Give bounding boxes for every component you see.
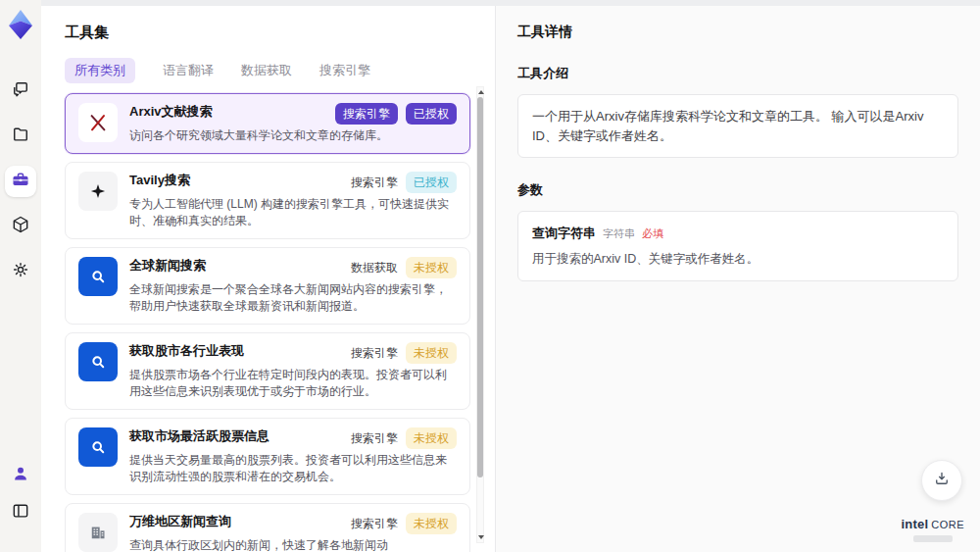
sidebar-item-plugins[interactable] [5, 211, 36, 242]
scrollbar-up-arrow-icon[interactable] [478, 90, 484, 94]
intel-ultra-mark [913, 535, 953, 542]
app-logo-icon [7, 9, 34, 40]
param-name: 查询字符串 [532, 225, 596, 242]
tool-description: 访问各个研究领域大量科学论文和文章的存储库。 [129, 127, 457, 144]
intro-heading: 工具介绍 [517, 65, 958, 82]
folder-icon [11, 125, 30, 148]
tab-translation[interactable]: 语言翻译 [163, 58, 214, 83]
tool-card-arxiv[interactable]: Arxiv文献搜索 搜索引擎 已授权 访问各个研究领域大量科学论文和文章的存储库… [65, 93, 470, 154]
stock-search-logo-icon [78, 342, 118, 381]
tool-list: Arxiv文献搜索 搜索引擎 已授权 访问各个研究领域大量科学论文和文章的存储库… [65, 93, 470, 552]
category-tabs: 所有类别 语言翻译 数据获取 搜索引擎 [65, 58, 495, 83]
tool-auth-badge: 未授权 [406, 257, 457, 278]
tool-auth-badge: 已授权 [406, 172, 457, 193]
panel-toggle-icon [11, 501, 30, 525]
core-logo-text: CORE [931, 519, 964, 530]
main-area: 工具集 所有类别 语言翻译 数据获取 搜索引擎 [41, 0, 980, 552]
chat-icon [11, 79, 30, 103]
tool-auth-badge: 未授权 [406, 427, 457, 449]
tool-intro-box: 一个用于从Arxiv存储库搜索科学论文和文章的工具。 输入可以是Arxiv ID… [517, 94, 958, 158]
news-search-logo-icon [78, 257, 118, 296]
intel-core-logo: intelCORE [901, 516, 964, 542]
scrollbar-thumb[interactable] [477, 97, 483, 477]
download-button[interactable] [921, 460, 962, 501]
tavily-star-logo-icon [78, 172, 118, 211]
scrollbar-down-arrow-icon[interactable] [478, 535, 484, 539]
param-type: 字符串 [603, 226, 635, 241]
param-description: 用于搜索的Arxiv ID、关键字或作者姓名。 [532, 251, 944, 268]
tool-card-active-stocks[interactable]: 获取市场最活跃股票信息 搜索引擎 未授权 提供当天交易量最高的股票列表。投资者可… [65, 418, 470, 495]
tool-name: Tavily搜索 [129, 172, 190, 189]
tool-description: 提供当天交易量最高的股票列表。投资者可以利用这些信息来识别流动性强的股票和潜在的… [129, 452, 457, 485]
tab-all-categories[interactable]: 所有类别 [65, 58, 135, 83]
tool-card-global-news[interactable]: 全球新闻搜索 数据获取 未授权 全球新闻搜索是一个聚合全球各大新闻网站内容的搜索… [65, 247, 470, 325]
page-title: 工具集 [65, 24, 495, 42]
intel-logo-text: intel [901, 517, 928, 531]
tool-card-region-news[interactable]: 万维地区新闻查询 搜索引擎 未授权 查询具体行政区划内的新闻，快速了解各地新闻动 [65, 503, 470, 552]
tool-auth-badge: 未授权 [406, 513, 457, 534]
sidebar-item-settings[interactable] [5, 256, 36, 287]
tab-search-engine[interactable]: 搜索引擎 [319, 58, 370, 83]
sidebar-item-chat[interactable] [5, 75, 36, 107]
tool-category-badge: 搜索引擎 [351, 513, 398, 534]
tool-category-badge: 搜索引擎 [351, 427, 398, 449]
tool-description: 专为人工智能代理 (LLM) 构建的搜索引擎工具，可快速提供实时、准确和真实的结… [129, 196, 457, 229]
tool-auth-badge: 未授权 [406, 342, 457, 364]
params-heading: 参数 [517, 181, 958, 199]
region-news-logo-icon [78, 513, 118, 552]
tool-name: 全球新闻搜索 [129, 257, 206, 275]
tool-name: 获取市场最活跃股票信息 [129, 427, 270, 445]
toolbox-icon [11, 170, 30, 193]
user-avatar-icon [11, 464, 30, 487]
tool-category-badge: 搜索引擎 [335, 103, 398, 125]
download-icon [933, 470, 951, 491]
tool-list-panel: 工具集 所有类别 语言翻译 数据获取 搜索引擎 [41, 6, 495, 552]
tool-description: 提供股票市场各个行业在特定时间段内的表现。投资者可以利用这些信息来识别表现优于或… [129, 367, 457, 400]
gear-icon [11, 260, 30, 283]
tool-category-badge: 搜索引擎 [351, 342, 398, 364]
tool-card-tavily[interactable]: Tavily搜索 搜索引擎 已授权 专为人工智能代理 (LLM) 构建的搜索引擎… [65, 162, 470, 239]
tool-category-badge: 数据获取 [351, 257, 398, 278]
tool-auth-badge: 已授权 [406, 103, 457, 125]
tab-data-fetch[interactable]: 数据获取 [241, 58, 292, 83]
list-scrollbar[interactable] [476, 86, 484, 543]
detail-title: 工具详情 [517, 24, 958, 41]
sidebar-item-user[interactable] [5, 460, 36, 491]
sidebar-item-tools[interactable] [5, 166, 36, 197]
app-window: 工具集 所有类别 语言翻译 数据获取 搜索引擎 [0, 0, 980, 552]
tool-detail-panel: 工具详情 工具介绍 一个用于从Arxiv存储库搜索科学论文和文章的工具。 输入可… [495, 6, 980, 552]
tool-description: 全球新闻搜索是一个聚合全球各大新闻网站内容的搜索引擎，帮助用户快速获取全球最新资… [129, 281, 457, 315]
sidebar-rail [0, 0, 41, 552]
tool-category-badge: 搜索引擎 [351, 172, 398, 193]
tool-description: 查询具体行政区划内的新闻，快速了解各地新闻动 [129, 537, 457, 552]
tool-intro-text: 一个用于从Arxiv存储库搜索科学论文和文章的工具。 输入可以是Arxiv ID… [532, 109, 923, 143]
tool-card-sector-performance[interactable]: 获取股市各行业表现 搜索引擎 未授权 提供股票市场各个行业在特定时间段内的表现。… [65, 332, 470, 410]
cube-icon [11, 215, 30, 238]
sidebar-item-panel-toggle[interactable] [5, 497, 36, 528]
tool-name: 万维地区新闻查询 [129, 513, 231, 530]
stock-search-logo-icon [78, 427, 118, 467]
param-required-badge: 必填 [642, 226, 663, 241]
tool-name: 获取股市各行业表现 [129, 342, 244, 360]
param-box: 查询字符串 字符串 必填 用于搜索的Arxiv ID、关键字或作者姓名。 [517, 211, 958, 281]
arxiv-logo-icon [78, 103, 118, 142]
sidebar-item-files[interactable] [5, 121, 36, 152]
tool-name: Arxiv文献搜索 [129, 103, 213, 121]
